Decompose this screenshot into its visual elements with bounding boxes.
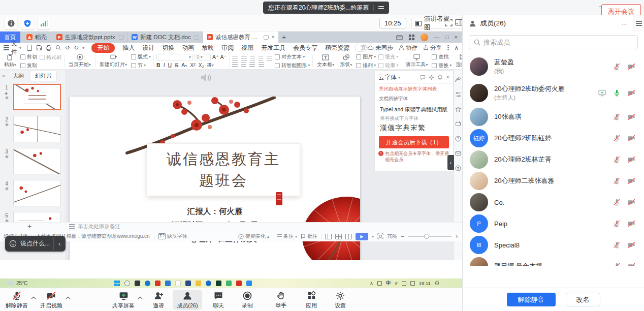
replace-button[interactable]: 替换▾ — [432, 62, 452, 69]
emoji-icon[interactable] — [9, 240, 17, 247]
member-row[interactable]: 20心理师2班林芷菁 — [463, 149, 644, 170]
menu-item[interactable]: 开始 — [91, 43, 115, 53]
subscript-button[interactable]: X₂ — [199, 62, 204, 68]
toolbar-button[interactable]: 解除静音 — [2, 290, 31, 310]
bold-button[interactable]: B — [156, 62, 160, 68]
slide-thumbnail-image[interactable] — [13, 180, 61, 206]
camera-status-icon[interactable] — [627, 177, 636, 185]
arrange-button[interactable]: 排列▾ — [356, 62, 376, 69]
strikethrough-button[interactable]: S — [175, 62, 178, 68]
slideshow-play-button[interactable]: ▶ — [356, 233, 368, 240]
system-clock[interactable]: 19:11 — [419, 281, 431, 286]
document-tab[interactable]: W 新建 DOC 文档.doc — [128, 32, 203, 43]
new-slide-button[interactable]: 新建幻灯片▾ — [98, 54, 128, 68]
taskbar-app-icon[interactable] — [236, 281, 242, 286]
chevron-up-icon[interactable] — [66, 296, 71, 299]
panel-collapse-handle[interactable]: ‹ — [447, 155, 454, 170]
camera-status-icon[interactable] — [627, 134, 636, 142]
justify-icon[interactable] — [259, 62, 264, 67]
panel-layout-button[interactable] — [455, 19, 463, 26]
toolbar-button[interactable]: 应用 — [298, 290, 325, 310]
member-row[interactable]: 拜日娜·曼合木提 — [463, 256, 644, 266]
more-options-icon[interactable] — [447, 45, 449, 51]
taskbar-weather[interactable]: 25°C — [0, 281, 114, 286]
wps-restore-button[interactable]: □ — [445, 34, 448, 40]
document-tab[interactable]: P 生源地贷款ppt.pptx — [53, 32, 128, 43]
superscript-button[interactable]: X² — [190, 62, 196, 68]
workspace-icon[interactable] — [396, 34, 403, 41]
toolbar-button[interactable]: 聊天 — [205, 290, 232, 310]
tray-grid-icon[interactable]: # — [395, 281, 397, 286]
menu-item[interactable]: 动画 — [182, 44, 194, 52]
align-right-icon[interactable] — [249, 62, 255, 67]
camera-status-icon[interactable] — [627, 63, 636, 71]
tray-icon[interactable] — [377, 281, 382, 286]
present-tools-button[interactable]: 演示工具▾ — [404, 54, 429, 68]
taskbar-folder-icon[interactable] — [196, 281, 201, 286]
sidebar-coin-icon[interactable] — [455, 165, 461, 171]
fullscreen-button[interactable] — [445, 19, 453, 26]
indent-decrease-icon[interactable] — [250, 56, 255, 60]
member-search-input[interactable] — [484, 39, 633, 46]
member-row[interactable]: Co. — [463, 192, 644, 213]
tab-grid-icon[interactable] — [408, 34, 415, 41]
mic-status-icon[interactable] — [613, 262, 621, 266]
format-painter-button[interactable]: 格式刷 — [40, 54, 61, 61]
toolbar-button[interactable]: 邀请 — [145, 290, 172, 310]
align-text-button[interactable]: 对齐文本▾ — [275, 53, 310, 60]
member-row[interactable]: 钰婷 20心理师2班陈钰婷 — [463, 128, 644, 149]
slide-audio-object[interactable] — [200, 72, 212, 83]
mic-status-icon[interactable] — [613, 113, 621, 121]
fit-window-icon[interactable] — [377, 233, 383, 239]
taskbar-edge-icon[interactable] — [206, 281, 211, 286]
gear-icon[interactable] — [429, 75, 434, 80]
font-color-button[interactable]: A▾ — [181, 62, 187, 68]
preview-icon[interactable] — [55, 45, 61, 51]
sidebar-mail-icon[interactable] — [455, 150, 461, 157]
find-button[interactable]: 查找 — [432, 53, 452, 60]
align-center-icon[interactable] — [241, 62, 246, 67]
view-mode-dropdown[interactable]: 演讲者视图 ▾ — [411, 18, 462, 29]
align-left-icon[interactable] — [232, 62, 238, 67]
wps-account-avatar[interactable] — [421, 34, 428, 41]
add-slide-button[interactable]: + — [27, 222, 31, 230]
member-row[interactable]: 10张嘉琪 — [463, 106, 644, 128]
member-row[interactable]: P Peip — [463, 213, 644, 234]
shapes-button[interactable]: 形状▾ — [338, 54, 353, 68]
member-row[interactable]: 蓝莹盈 (我) — [463, 53, 644, 80]
font-size-select[interactable]: 0▾ — [195, 54, 211, 60]
mic-status-icon[interactable] — [613, 63, 621, 71]
paste-button[interactable]: 粘贴▾ — [3, 54, 18, 68]
toolbar-button[interactable]: 设置 — [327, 290, 354, 310]
mic-status-icon[interactable] — [613, 220, 621, 228]
caption-bar[interactable]: 说点什么... ‹ — [5, 236, 66, 252]
collaborate-button[interactable]: 协作 — [399, 44, 417, 52]
slide-thumbnail-image[interactable] — [13, 148, 61, 174]
menu-item[interactable]: 插入 — [122, 44, 135, 52]
close-icon[interactable]: × — [446, 74, 449, 81]
slide-thumbnail-image[interactable] — [13, 116, 61, 142]
toolbar-button[interactable]: 录制 — [234, 290, 261, 310]
toolbar-button[interactable]: 成员(26) — [173, 290, 202, 310]
menu-item[interactable]: 审阅 — [221, 44, 234, 52]
wps-docer-tab[interactable]: 稻壳 — [20, 32, 53, 43]
member-search-box[interactable] — [469, 35, 638, 49]
mic-status-icon[interactable] — [613, 198, 621, 206]
mic-status-icon[interactable] — [613, 134, 621, 142]
menu-item[interactable]: 设计 — [142, 44, 154, 52]
underline-button[interactable]: U — [168, 62, 172, 68]
picture-button[interactable]: 图片▾ — [356, 53, 376, 60]
sidebar-help-icon[interactable] — [455, 136, 461, 142]
panel-menu-icon[interactable] — [633, 15, 644, 32]
slide-thumbnail[interactable]: 3 — [1, 148, 66, 174]
sidebar-sliders-icon[interactable] — [455, 91, 461, 98]
mic-status-icon[interactable] — [613, 241, 621, 249]
taskbar-app-icon[interactable] — [216, 281, 221, 286]
command-search[interactable]: 查找命令、搜索模板 — [355, 44, 368, 52]
menu-item[interactable]: 稻壳资源 — [325, 44, 349, 52]
document-tab[interactable]: P 诚信感恩教育.pptx × — [203, 32, 278, 43]
tab-close-icon[interactable]: × — [271, 34, 275, 40]
smart-beautify-button[interactable]: 智能美化▴ — [238, 233, 269, 240]
tray-icon[interactable] — [402, 281, 406, 286]
slide-thumbnail[interactable]: 1 — [1, 84, 66, 110]
